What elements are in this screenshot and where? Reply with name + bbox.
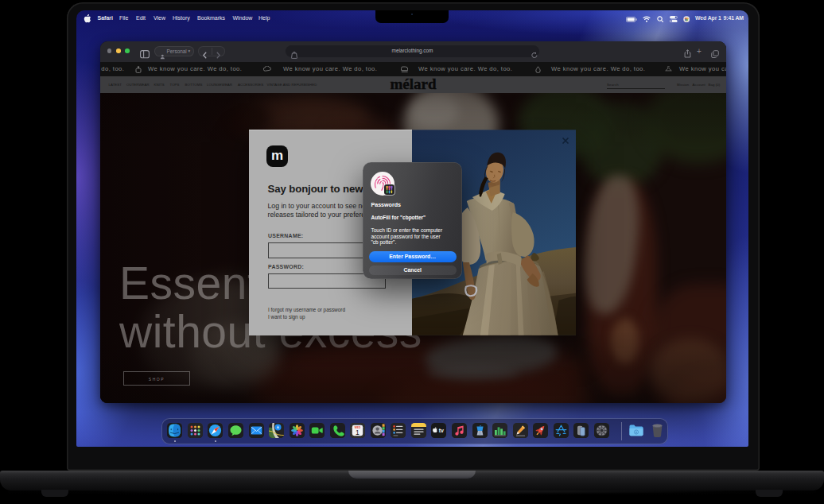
svg-text:1: 1 (356, 428, 360, 436)
svg-text:tv: tv (439, 428, 444, 433)
